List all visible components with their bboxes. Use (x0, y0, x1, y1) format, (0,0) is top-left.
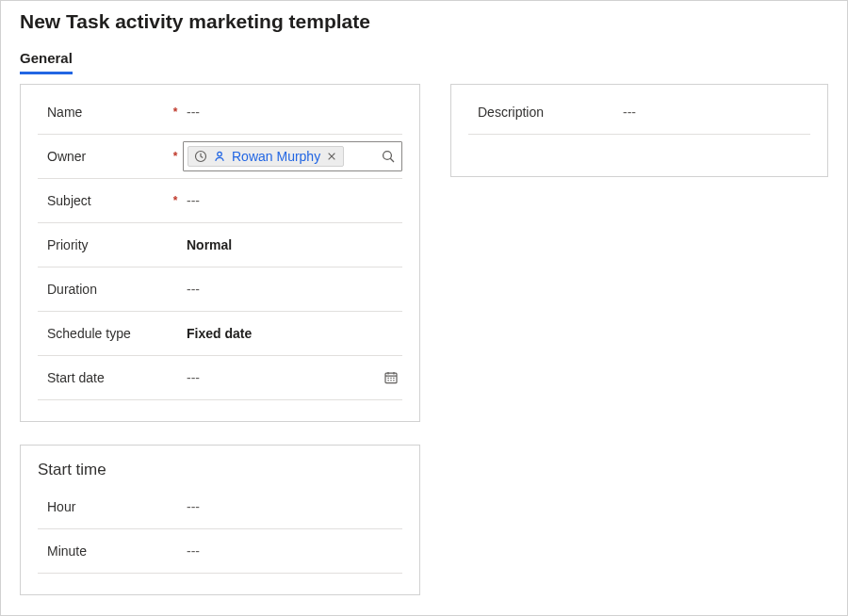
clock-icon (194, 150, 207, 163)
label-owner: Owner (38, 149, 168, 164)
value-name[interactable]: --- (183, 105, 402, 120)
value-minute[interactable]: --- (183, 543, 402, 559)
label-duration: Duration (38, 282, 168, 297)
label-name: Name (38, 105, 168, 120)
row-schedule-type[interactable]: Schedule type Fixed date (38, 312, 402, 356)
label-hour: Hour (38, 499, 168, 514)
calendar-icon[interactable] (380, 370, 402, 385)
page-container: New Task activity marketing template Gen… (0, 0, 848, 616)
row-priority[interactable]: Priority Normal (38, 223, 402, 267)
right-column: Description --- (450, 84, 828, 177)
label-description: Description (468, 105, 619, 120)
row-start-date[interactable]: Start date --- (38, 356, 402, 400)
owner-pill-text: Rowan Murphy (232, 149, 320, 164)
page-title: New Task activity marketing template (20, 10, 828, 33)
svg-point-2 (383, 152, 392, 160)
tabs: General (20, 44, 828, 74)
owner-pill[interactable]: Rowan Murphy (188, 146, 344, 167)
row-description[interactable]: Description --- (468, 90, 810, 135)
value-schedule-type[interactable]: Fixed date (183, 326, 402, 341)
value-start-date[interactable]: --- (183, 370, 380, 385)
svg-point-1 (218, 152, 222, 156)
description-card: Description --- (450, 84, 828, 177)
person-icon (213, 150, 226, 163)
owner-lookup[interactable]: Rowan Murphy (183, 141, 402, 171)
start-time-card: Start time Hour --- Minute --- (20, 445, 420, 595)
form-columns: Name * --- Owner * (20, 84, 828, 595)
label-schedule-type: Schedule type (38, 326, 168, 341)
required-marker: * (168, 105, 183, 119)
label-minute: Minute (38, 543, 168, 559)
value-hour[interactable]: --- (183, 499, 402, 514)
value-subject[interactable]: --- (183, 193, 402, 208)
left-column: Name * --- Owner * (20, 84, 420, 595)
row-hour[interactable]: Hour --- (38, 485, 402, 529)
required-marker: * (168, 150, 183, 163)
value-priority[interactable]: Normal (183, 237, 402, 252)
search-icon[interactable] (381, 149, 396, 164)
general-card: Name * --- Owner * (20, 84, 420, 422)
start-time-title: Start time (38, 461, 402, 479)
close-icon[interactable] (326, 151, 337, 162)
value-description[interactable]: --- (619, 105, 810, 120)
row-owner[interactable]: Owner * (38, 135, 402, 179)
label-start-date: Start date (38, 370, 168, 385)
row-name[interactable]: Name * --- (38, 90, 402, 135)
row-duration[interactable]: Duration --- (38, 267, 402, 312)
tab-general[interactable]: General (20, 44, 73, 74)
row-subject[interactable]: Subject * --- (38, 179, 402, 223)
label-priority: Priority (38, 237, 168, 252)
label-subject: Subject (38, 193, 168, 208)
value-duration[interactable]: --- (183, 282, 402, 297)
row-minute[interactable]: Minute --- (38, 529, 402, 574)
required-marker: * (168, 194, 183, 207)
